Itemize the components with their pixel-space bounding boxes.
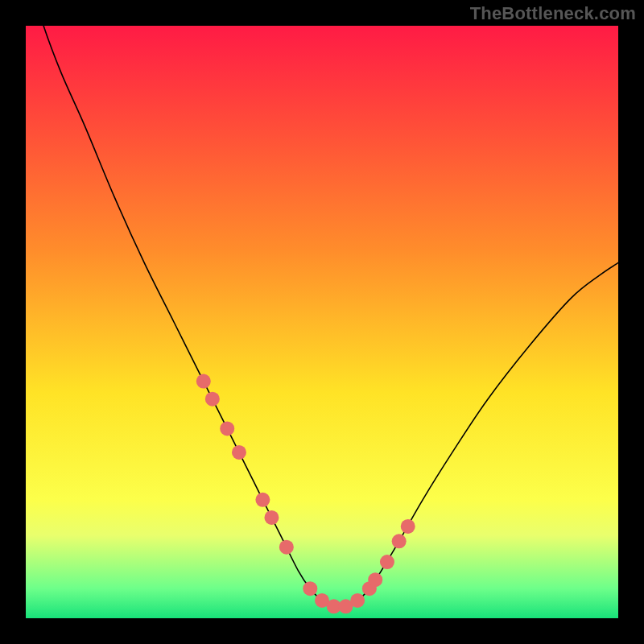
curve-marker [380,555,394,569]
watermark-text: TheBottleneck.com [470,3,636,24]
chart-frame: TheBottleneck.com [0,0,644,644]
chart-svg [26,26,618,618]
curve-marker [196,374,211,389]
curve-marker [368,572,382,587]
curve-marker [264,510,279,525]
curve-marker [205,392,220,407]
curve-marker [220,421,234,436]
bottleneck-curve [26,26,618,607]
curve-marker [279,540,294,555]
curve-marker [255,493,270,507]
curve-marker [303,581,317,596]
curve-marker [392,534,407,548]
curve-marker [401,519,415,534]
curve-marker [350,593,365,608]
curve-marker [232,445,246,460]
curve-markers [196,374,415,614]
plot-area [26,26,618,618]
